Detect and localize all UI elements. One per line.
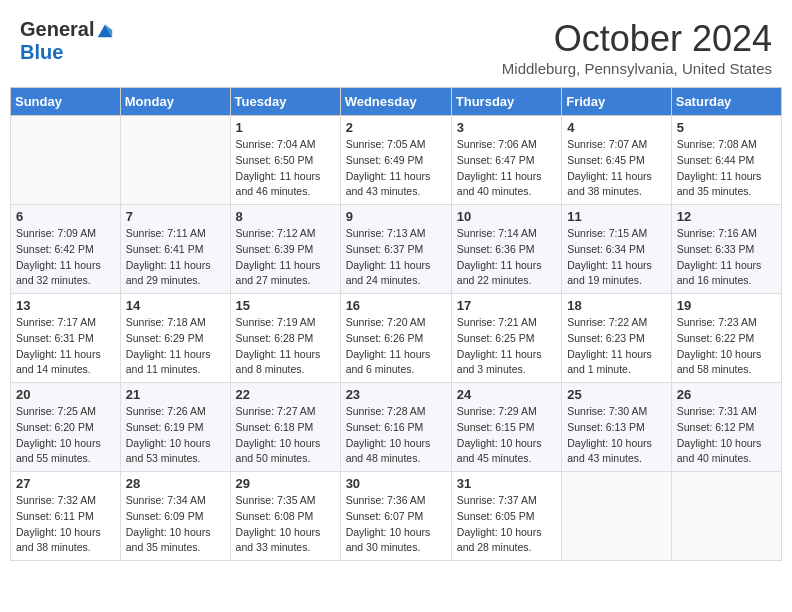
calendar-cell: 10 Sunrise: 7:14 AMSunset: 6:36 PMDaylig… — [451, 205, 561, 294]
calendar-cell: 7 Sunrise: 7:11 AMSunset: 6:41 PMDayligh… — [120, 205, 230, 294]
calendar-cell: 12 Sunrise: 7:16 AMSunset: 6:33 PMDaylig… — [671, 205, 781, 294]
day-number: 31 — [457, 476, 556, 491]
day-number: 27 — [16, 476, 115, 491]
day-number: 10 — [457, 209, 556, 224]
day-number: 17 — [457, 298, 556, 313]
day-info: Sunrise: 7:31 AMSunset: 6:12 PMDaylight:… — [677, 405, 762, 464]
month-title: October 2024 — [502, 18, 772, 60]
weekday-friday: Friday — [562, 88, 672, 116]
weekday-tuesday: Tuesday — [230, 88, 340, 116]
day-info: Sunrise: 7:17 AMSunset: 6:31 PMDaylight:… — [16, 316, 101, 375]
calendar-week-2: 6 Sunrise: 7:09 AMSunset: 6:42 PMDayligh… — [11, 205, 782, 294]
day-number: 11 — [567, 209, 666, 224]
calendar-cell: 3 Sunrise: 7:06 AMSunset: 6:47 PMDayligh… — [451, 116, 561, 205]
logo-general: General — [20, 18, 94, 41]
logo-icon — [96, 21, 114, 39]
calendar-cell: 29 Sunrise: 7:35 AMSunset: 6:08 PMDaylig… — [230, 472, 340, 561]
day-number: 23 — [346, 387, 446, 402]
day-info: Sunrise: 7:19 AMSunset: 6:28 PMDaylight:… — [236, 316, 321, 375]
calendar-cell: 14 Sunrise: 7:18 AMSunset: 6:29 PMDaylig… — [120, 294, 230, 383]
day-number: 15 — [236, 298, 335, 313]
day-info: Sunrise: 7:27 AMSunset: 6:18 PMDaylight:… — [236, 405, 321, 464]
calendar-cell: 24 Sunrise: 7:29 AMSunset: 6:15 PMDaylig… — [451, 383, 561, 472]
day-number: 16 — [346, 298, 446, 313]
day-number: 29 — [236, 476, 335, 491]
day-info: Sunrise: 7:20 AMSunset: 6:26 PMDaylight:… — [346, 316, 431, 375]
calendar-cell: 1 Sunrise: 7:04 AMSunset: 6:50 PMDayligh… — [230, 116, 340, 205]
calendar-cell: 8 Sunrise: 7:12 AMSunset: 6:39 PMDayligh… — [230, 205, 340, 294]
weekday-sunday: Sunday — [11, 88, 121, 116]
day-number: 30 — [346, 476, 446, 491]
day-number: 1 — [236, 120, 335, 135]
day-info: Sunrise: 7:37 AMSunset: 6:05 PMDaylight:… — [457, 494, 542, 553]
day-number: 3 — [457, 120, 556, 135]
day-info: Sunrise: 7:28 AMSunset: 6:16 PMDaylight:… — [346, 405, 431, 464]
weekday-thursday: Thursday — [451, 88, 561, 116]
calendar-cell: 31 Sunrise: 7:37 AMSunset: 6:05 PMDaylig… — [451, 472, 561, 561]
calendar-cell: 11 Sunrise: 7:15 AMSunset: 6:34 PMDaylig… — [562, 205, 672, 294]
day-info: Sunrise: 7:11 AMSunset: 6:41 PMDaylight:… — [126, 227, 211, 286]
day-info: Sunrise: 7:12 AMSunset: 6:39 PMDaylight:… — [236, 227, 321, 286]
calendar-week-1: 1 Sunrise: 7:04 AMSunset: 6:50 PMDayligh… — [11, 116, 782, 205]
calendar-body: 1 Sunrise: 7:04 AMSunset: 6:50 PMDayligh… — [11, 116, 782, 561]
day-info: Sunrise: 7:14 AMSunset: 6:36 PMDaylight:… — [457, 227, 542, 286]
day-info: Sunrise: 7:07 AMSunset: 6:45 PMDaylight:… — [567, 138, 652, 197]
title-block: October 2024 Middleburg, Pennsylvania, U… — [502, 18, 772, 77]
day-info: Sunrise: 7:06 AMSunset: 6:47 PMDaylight:… — [457, 138, 542, 197]
calendar-cell: 27 Sunrise: 7:32 AMSunset: 6:11 PMDaylig… — [11, 472, 121, 561]
calendar-cell: 2 Sunrise: 7:05 AMSunset: 6:49 PMDayligh… — [340, 116, 451, 205]
day-info: Sunrise: 7:08 AMSunset: 6:44 PMDaylight:… — [677, 138, 762, 197]
day-info: Sunrise: 7:13 AMSunset: 6:37 PMDaylight:… — [346, 227, 431, 286]
calendar-cell: 13 Sunrise: 7:17 AMSunset: 6:31 PMDaylig… — [11, 294, 121, 383]
calendar-cell: 4 Sunrise: 7:07 AMSunset: 6:45 PMDayligh… — [562, 116, 672, 205]
day-info: Sunrise: 7:26 AMSunset: 6:19 PMDaylight:… — [126, 405, 211, 464]
day-number: 2 — [346, 120, 446, 135]
calendar-cell: 16 Sunrise: 7:20 AMSunset: 6:26 PMDaylig… — [340, 294, 451, 383]
calendar-cell: 19 Sunrise: 7:23 AMSunset: 6:22 PMDaylig… — [671, 294, 781, 383]
calendar-week-4: 20 Sunrise: 7:25 AMSunset: 6:20 PMDaylig… — [11, 383, 782, 472]
day-info: Sunrise: 7:09 AMSunset: 6:42 PMDaylight:… — [16, 227, 101, 286]
day-info: Sunrise: 7:05 AMSunset: 6:49 PMDaylight:… — [346, 138, 431, 197]
day-info: Sunrise: 7:16 AMSunset: 6:33 PMDaylight:… — [677, 227, 762, 286]
day-info: Sunrise: 7:22 AMSunset: 6:23 PMDaylight:… — [567, 316, 652, 375]
calendar-cell: 23 Sunrise: 7:28 AMSunset: 6:16 PMDaylig… — [340, 383, 451, 472]
day-number: 21 — [126, 387, 225, 402]
calendar-cell: 6 Sunrise: 7:09 AMSunset: 6:42 PMDayligh… — [11, 205, 121, 294]
day-number: 20 — [16, 387, 115, 402]
weekday-saturday: Saturday — [671, 88, 781, 116]
calendar-cell: 30 Sunrise: 7:36 AMSunset: 6:07 PMDaylig… — [340, 472, 451, 561]
calendar-week-5: 27 Sunrise: 7:32 AMSunset: 6:11 PMDaylig… — [11, 472, 782, 561]
calendar-cell: 22 Sunrise: 7:27 AMSunset: 6:18 PMDaylig… — [230, 383, 340, 472]
calendar-cell: 21 Sunrise: 7:26 AMSunset: 6:19 PMDaylig… — [120, 383, 230, 472]
day-info: Sunrise: 7:34 AMSunset: 6:09 PMDaylight:… — [126, 494, 211, 553]
day-info: Sunrise: 7:29 AMSunset: 6:15 PMDaylight:… — [457, 405, 542, 464]
logo: General Blue — [20, 18, 114, 64]
calendar-cell: 20 Sunrise: 7:25 AMSunset: 6:20 PMDaylig… — [11, 383, 121, 472]
day-number: 25 — [567, 387, 666, 402]
day-number: 9 — [346, 209, 446, 224]
day-info: Sunrise: 7:18 AMSunset: 6:29 PMDaylight:… — [126, 316, 211, 375]
calendar-cell: 17 Sunrise: 7:21 AMSunset: 6:25 PMDaylig… — [451, 294, 561, 383]
day-number: 24 — [457, 387, 556, 402]
day-number: 12 — [677, 209, 776, 224]
day-info: Sunrise: 7:30 AMSunset: 6:13 PMDaylight:… — [567, 405, 652, 464]
day-info: Sunrise: 7:35 AMSunset: 6:08 PMDaylight:… — [236, 494, 321, 553]
day-number: 8 — [236, 209, 335, 224]
calendar-cell — [562, 472, 672, 561]
location: Middleburg, Pennsylvania, United States — [502, 60, 772, 77]
day-info: Sunrise: 7:25 AMSunset: 6:20 PMDaylight:… — [16, 405, 101, 464]
calendar-cell: 28 Sunrise: 7:34 AMSunset: 6:09 PMDaylig… — [120, 472, 230, 561]
calendar-cell — [11, 116, 121, 205]
day-number: 7 — [126, 209, 225, 224]
day-number: 13 — [16, 298, 115, 313]
calendar-cell: 18 Sunrise: 7:22 AMSunset: 6:23 PMDaylig… — [562, 294, 672, 383]
weekday-header-row: SundayMondayTuesdayWednesdayThursdayFrid… — [11, 88, 782, 116]
day-info: Sunrise: 7:15 AMSunset: 6:34 PMDaylight:… — [567, 227, 652, 286]
logo-blue: Blue — [20, 41, 63, 64]
calendar-table: SundayMondayTuesdayWednesdayThursdayFrid… — [10, 87, 782, 561]
calendar-week-3: 13 Sunrise: 7:17 AMSunset: 6:31 PMDaylig… — [11, 294, 782, 383]
weekday-wednesday: Wednesday — [340, 88, 451, 116]
day-number: 28 — [126, 476, 225, 491]
day-number: 22 — [236, 387, 335, 402]
day-info: Sunrise: 7:04 AMSunset: 6:50 PMDaylight:… — [236, 138, 321, 197]
